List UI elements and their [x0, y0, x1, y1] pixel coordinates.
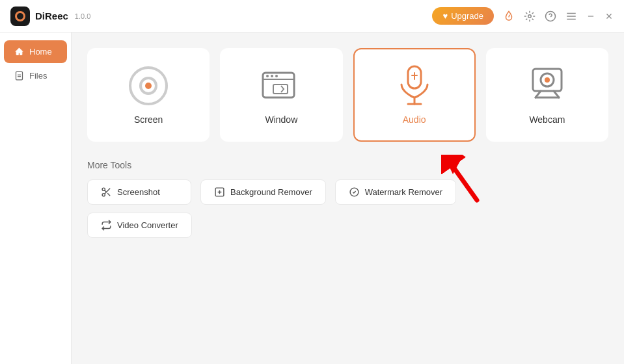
question-icon[interactable]	[545, 10, 556, 22]
watermark-remover-button[interactable]: Watermark Remover	[335, 179, 456, 205]
sidebar-files-label: Files	[29, 71, 47, 81]
close-icon[interactable]	[604, 12, 614, 21]
audio-icon	[394, 65, 435, 107]
screen-icon	[128, 65, 169, 107]
minimize-icon[interactable]	[586, 12, 595, 21]
upgrade-button[interactable]: ♥ Upgrade	[432, 7, 494, 25]
svg-point-18	[275, 75, 278, 77]
webcam-icon	[526, 65, 568, 107]
svg-point-30	[102, 194, 105, 196]
svg-point-16	[266, 75, 269, 77]
card-window[interactable]: Window	[220, 48, 342, 142]
titlebar-right: ♥ Upgrade	[432, 7, 614, 25]
screenshot-button[interactable]: Screenshot	[87, 179, 191, 205]
convert-icon	[101, 220, 112, 231]
svg-rect-19	[273, 84, 288, 94]
heart-icon: ♥	[442, 11, 448, 21]
webcam-label: Webcam	[529, 114, 565, 125]
titlebar: DiReec 1.0.0 ♥ Upgrade	[0, 0, 624, 32]
video-converter-button[interactable]: Video Converter	[87, 213, 192, 238]
card-webcam[interactable]: Webcam	[486, 48, 608, 142]
svg-point-29	[102, 188, 105, 190]
more-tools-title: More Tools	[87, 160, 608, 170]
home-icon	[14, 47, 24, 57]
app-logo-inner	[15, 11, 25, 21]
app-logo	[10, 6, 30, 26]
background-remover-label: Background Remover	[230, 187, 312, 197]
window-icon	[260, 65, 302, 107]
window-label: Window	[265, 114, 297, 125]
audio-label: Audio	[403, 114, 426, 125]
watermark-remover-label: Watermark Remover	[365, 187, 442, 197]
video-converter-label: Video Converter	[117, 220, 178, 230]
app-name: DiReec	[35, 10, 68, 21]
card-screen[interactable]: Screen	[87, 48, 210, 142]
sidebar-home-label: Home	[29, 47, 52, 57]
sidebar-item-files[interactable]: Files	[4, 64, 67, 87]
svg-point-17	[271, 75, 273, 77]
cards-row: Screen Window	[87, 48, 608, 142]
flame-icon[interactable]	[503, 10, 515, 22]
tools-row-2: Video Converter	[87, 213, 608, 238]
svg-point-0	[528, 14, 532, 18]
file-icon	[14, 71, 24, 81]
titlebar-left: DiReec 1.0.0	[10, 6, 90, 26]
main-layout: Home Files	[0, 32, 624, 364]
settings-icon[interactable]	[524, 10, 536, 22]
background-remover-button[interactable]: Background Remover	[200, 179, 326, 205]
upgrade-label: Upgrade	[451, 11, 483, 21]
bg-remove-icon	[214, 187, 225, 198]
sidebar-item-home[interactable]: Home	[4, 40, 67, 63]
more-tools-section: More Tools Screenshot	[87, 160, 608, 238]
svg-rect-8	[16, 72, 23, 80]
content-area: Screen Window	[72, 32, 624, 364]
screenshot-label: Screenshot	[117, 187, 160, 197]
card-audio[interactable]: Audio	[353, 48, 476, 142]
menu-icon[interactable]	[565, 10, 577, 22]
scissors-icon	[101, 187, 112, 198]
screen-label: Screen	[134, 114, 163, 125]
sidebar: Home Files	[0, 32, 72, 364]
tools-row-1: Screenshot Background Remover	[87, 179, 608, 205]
app-version: 1.0.0	[75, 12, 90, 20]
svg-point-27	[545, 77, 550, 83]
watermark-icon	[349, 187, 360, 198]
svg-point-13	[145, 83, 152, 89]
